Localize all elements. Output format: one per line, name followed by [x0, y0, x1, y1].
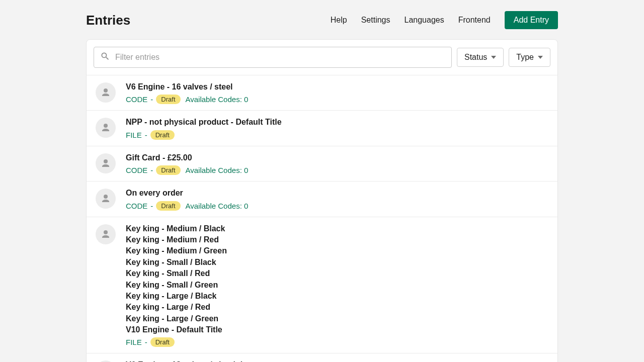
- entry-title: On every order: [126, 188, 548, 199]
- type-dropdown[interactable]: Type: [509, 48, 550, 67]
- entry-title: V10 Engine - Default Title: [126, 324, 548, 335]
- search-icon: [100, 51, 110, 63]
- entry-row[interactable]: Key king - Medium / BlackKey king - Medi…: [87, 217, 557, 353]
- add-entry-button[interactable]: Add Entry: [505, 11, 558, 29]
- entry-title: Key king - Medium / Green: [126, 245, 548, 256]
- entry-title: Key king - Small / Red: [126, 268, 548, 279]
- svg-point-1: [104, 124, 108, 128]
- chevron-down-icon: [491, 56, 496, 59]
- status-badge: Draft: [150, 130, 175, 140]
- status-badge: Draft: [150, 337, 175, 347]
- status-badge: Draft: [156, 201, 180, 211]
- entry-badge: CODE: [126, 166, 147, 174]
- entry-title: Gift Card - £25.00: [126, 152, 548, 163]
- entry-title: Key king - Medium / Black: [126, 223, 548, 234]
- avatar: [96, 189, 116, 209]
- status-badge: Draft: [156, 95, 180, 104]
- entry-row[interactable]: V6 Engine - 16 valves / steelCODE-DraftA…: [87, 75, 557, 110]
- avatar: [96, 82, 116, 103]
- status-badge: Draft: [156, 165, 180, 175]
- svg-point-4: [104, 230, 108, 234]
- status-dropdown-label: Status: [464, 53, 487, 62]
- type-dropdown-label: Type: [516, 53, 534, 62]
- entry-badge: CODE: [126, 202, 147, 210]
- separator: -: [150, 202, 153, 210]
- separator: -: [150, 166, 153, 174]
- svg-point-0: [104, 88, 108, 93]
- entry-title: Key king - Large / Black: [126, 291, 548, 302]
- search-input[interactable]: [115, 53, 445, 62]
- available-codes: Available Codes: 0: [186, 166, 249, 174]
- entry-row[interactable]: On every orderCODE-DraftAvailable Codes:…: [87, 181, 557, 216]
- separator: -: [145, 131, 147, 139]
- entry-badge: CODE: [126, 95, 147, 104]
- available-codes: Available Codes: 0: [186, 202, 249, 210]
- entry-title: V6 Engine - 16 valves / steel: [126, 81, 548, 93]
- svg-point-2: [104, 159, 108, 163]
- available-codes: Available Codes: 0: [186, 95, 249, 104]
- avatar: [96, 118, 116, 138]
- entries-card: Status Type V6 Engine - 16 valves / stee…: [86, 39, 558, 362]
- avatar: [96, 224, 116, 244]
- entry-title: Key king - Small / Black: [126, 257, 548, 268]
- avatar: [96, 153, 116, 173]
- entry-title: Key king - Large / Green: [126, 313, 548, 324]
- entry-row[interactable]: V6 Engine - 18 valves / aluminiumCODE-Li…: [87, 353, 557, 362]
- separator: -: [145, 338, 147, 346]
- nav-settings[interactable]: Settings: [361, 16, 390, 25]
- entry-title: NPP - not physical product - Default Tit…: [126, 117, 548, 128]
- nav-frontend[interactable]: Frontend: [458, 16, 491, 25]
- search-input-wrap[interactable]: [94, 47, 452, 68]
- nav-help[interactable]: Help: [331, 16, 347, 25]
- separator: -: [150, 95, 153, 104]
- entry-title: Key king - Small / Green: [126, 280, 548, 291]
- entry-badge: FILE: [126, 338, 142, 346]
- entry-title: V6 Engine - 18 valves / aluminium: [126, 359, 548, 362]
- entry-row[interactable]: NPP - not physical product - Default Tit…: [87, 110, 557, 145]
- entries-list: V6 Engine - 16 valves / steelCODE-DraftA…: [87, 75, 557, 362]
- status-dropdown[interactable]: Status: [457, 48, 504, 67]
- entry-title: Key king - Medium / Red: [126, 234, 548, 245]
- entry-row[interactable]: Gift Card - £25.00CODE-DraftAvailable Co…: [87, 146, 557, 181]
- chevron-down-icon: [538, 56, 543, 59]
- page-title: Entries: [86, 13, 130, 28]
- nav-languages[interactable]: Languages: [405, 16, 444, 25]
- entry-badge: FILE: [126, 131, 142, 139]
- entry-title: Key king - Large / Red: [126, 302, 548, 313]
- svg-point-3: [104, 195, 108, 199]
